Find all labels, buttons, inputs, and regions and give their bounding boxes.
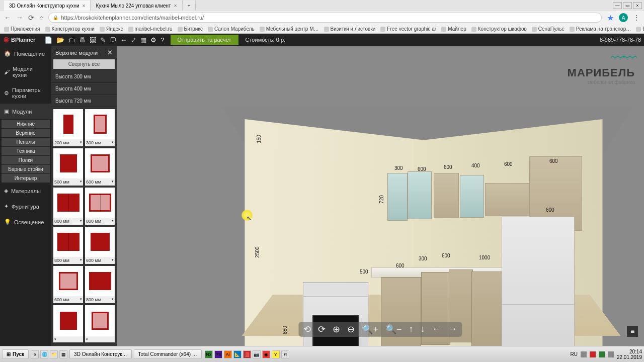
ql-icon[interactable]: Ai (224, 350, 232, 358)
sidebar-item[interactable]: 🏠Помещение (0, 46, 51, 61)
module-card[interactable]: 600 мм (85, 227, 115, 264)
bookmark-item[interactable]: Салон Марибель (208, 26, 255, 32)
bookmark-item[interactable]: maribel-mebel.ru (128, 26, 173, 32)
bookmark-item[interactable]: Конструктор шкафов (471, 26, 527, 32)
module-card[interactable]: 800 мм (85, 188, 115, 225)
close-icon[interactable]: × (174, 3, 177, 9)
sidebar-sub-item[interactable]: Полки (2, 156, 50, 164)
new-tab-button[interactable]: + (183, 1, 196, 11)
ql-icon[interactable]: Y (272, 350, 280, 358)
view-control-button[interactable]: ⊕ (333, 324, 340, 335)
toolbar-icon[interactable]: ▦ (140, 36, 146, 44)
ql-icon[interactable]: 📐 (233, 350, 242, 358)
bookmark-item[interactable]: Майлер (441, 26, 466, 32)
toolbar-icon[interactable]: ⤢ (131, 36, 136, 44)
ql-icon[interactable]: 🌐 (40, 350, 48, 358)
minimize-button[interactable]: — (613, 2, 622, 9)
upper-cabinet[interactable] (460, 175, 484, 218)
refrigerator[interactable] (502, 217, 575, 346)
module-card[interactable] (85, 305, 115, 342)
bookmark-item[interactable]: Free vector graphic ar (380, 26, 436, 32)
module-card[interactable]: 600 мм (85, 148, 115, 186)
bookmark-item[interactable]: Приложения (4, 26, 40, 32)
ql-icon[interactable]: 📕 (243, 350, 251, 358)
start-button[interactable]: ⊞ Пуск (2, 349, 29, 359)
send-button[interactable]: Отправить на расчет (171, 35, 238, 45)
module-card[interactable]: 800 мм (85, 266, 115, 303)
toolbar-icon[interactable]: 📄 (44, 36, 52, 44)
sidebar-item[interactable]: ▣Модули (0, 104, 51, 119)
sidebar-sub-item[interactable]: Пеналы (2, 138, 50, 146)
view-control-button[interactable]: ← (432, 324, 441, 335)
sidebar-sub-item[interactable]: Барные стойки (2, 165, 50, 173)
collapse-all-button[interactable]: Свернуть все (53, 59, 115, 69)
maximize-button[interactable]: ▭ (623, 2, 632, 9)
menu-icon[interactable]: ⋮ (633, 14, 640, 22)
upper-cabinet[interactable] (408, 171, 432, 219)
module-group-header[interactable]: Высота 720 мм (51, 95, 117, 107)
toolbar-icon[interactable]: 🖶 (79, 36, 86, 44)
ql-icon[interactable]: 📁 (50, 350, 58, 358)
toolbar-icon[interactable]: 🖼 (90, 36, 96, 44)
sidebar-sub-item[interactable]: Техника (2, 147, 50, 155)
ql-icon[interactable]: Ps (214, 350, 222, 358)
ql-icon[interactable]: Nx (205, 350, 213, 358)
module-group-header[interactable]: Высота 300 мм (51, 71, 117, 83)
browser-tab[interactable]: Кухня Мыло 224 угловая клиент × (91, 1, 182, 11)
toolbar-icon[interactable]: 🗀 (68, 36, 75, 44)
module-card[interactable]: 500 мм (53, 148, 83, 186)
module-card[interactable]: 800 мм (53, 227, 83, 264)
forward-button[interactable]: → (16, 14, 23, 22)
ql-icon[interactable]: ◉ (262, 350, 270, 358)
bookmark-item[interactable]: Конструктор кухни (45, 26, 95, 32)
bookmark-item[interactable]: Мебельный центр М… (260, 26, 319, 32)
sidebar-sub-item[interactable]: Интерьер (2, 174, 50, 183)
ql-icon[interactable]: 📷 (253, 350, 261, 358)
ql-icon[interactable]: e (31, 350, 39, 358)
toolbar-icon[interactable]: ✎ (100, 36, 106, 44)
clock[interactable]: 20:14 22.01.2019 (617, 349, 642, 360)
module-card[interactable] (53, 305, 83, 342)
ql-icon[interactable]: Я (281, 350, 289, 358)
toolbar-icon[interactable]: ↔ (120, 36, 127, 44)
toolbar-icon[interactable]: ? (160, 36, 164, 44)
bookmark-item[interactable]: Яндекс (100, 26, 123, 32)
app-logo[interactable]: ֍ BPlanner (3, 36, 35, 44)
bookmark-item[interactable]: СенаПульс (532, 26, 565, 32)
taskbar-task[interactable]: 3D Онлайн Конструк… (69, 349, 131, 359)
view-control-button[interactable]: ↑ (409, 324, 414, 335)
bookmark-item[interactable]: Битрикс (178, 26, 203, 32)
profile-avatar[interactable]: A (619, 13, 628, 22)
taskbar-task[interactable]: Total Commander (x64) … (134, 349, 202, 359)
module-card[interactable]: 800 мм (53, 188, 83, 225)
view-control-button[interactable]: ⟲ (303, 324, 311, 335)
sidebar-sub-item[interactable]: Нижние (2, 120, 50, 128)
url-input[interactable]: 🔒 https://broskokitchenplanner.com/clien… (48, 13, 602, 23)
toolbar-icon[interactable]: ⚙ (150, 36, 156, 44)
view-control-button[interactable]: 🔍+ (362, 324, 378, 335)
sidebar-item[interactable]: ⚙Параметры кухни (0, 82, 51, 104)
module-card[interactable]: 600 мм (53, 266, 83, 303)
view-control-button[interactable]: → (448, 324, 457, 335)
home-button[interactable]: ⌂ (39, 14, 43, 22)
tray-icon[interactable] (581, 351, 587, 357)
browser-tab-active[interactable]: 3D Онлайн Конструктор кухни × (4, 1, 91, 11)
view-control-button[interactable]: ⊖ (347, 324, 355, 335)
sidebar-item[interactable]: 🖌Модели кухни (0, 61, 51, 82)
toolbar-icon[interactable]: 📂 (56, 36, 64, 44)
reload-button[interactable]: ⟳ (28, 14, 34, 22)
close-icon[interactable]: × (83, 3, 86, 9)
bookmark-item[interactable]: Визитки и листовки (324, 26, 376, 32)
close-icon[interactable]: ✕ (107, 49, 113, 56)
view-control-button[interactable]: 🔍− (385, 324, 402, 335)
module-group-header[interactable]: Высота 400 мм (51, 83, 117, 95)
view-control-button[interactable]: ↓ (421, 324, 425, 335)
sidebar-item[interactable]: 💡Освещение (0, 214, 51, 230)
sidebar-item[interactable]: ✦Фурнитура (0, 199, 51, 214)
tray-icon[interactable] (590, 351, 596, 357)
close-button[interactable]: × (633, 2, 642, 9)
tray-icon[interactable] (599, 351, 605, 357)
lang-indicator[interactable]: RU (570, 351, 577, 357)
tray-icon[interactable] (608, 351, 614, 357)
bookmark-item[interactable]: Реклама в лифтах в (636, 26, 644, 32)
